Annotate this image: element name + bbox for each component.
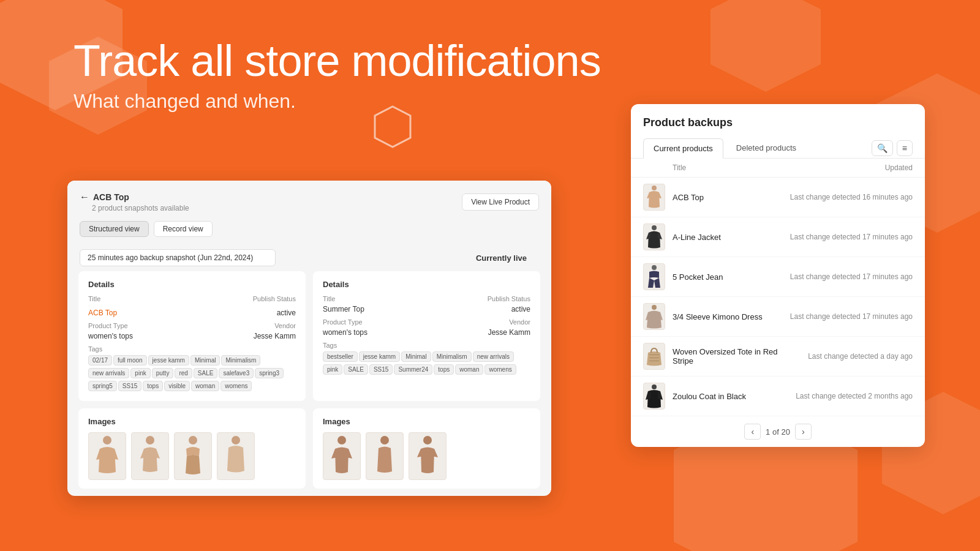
tag-item: jesse kamm xyxy=(148,355,189,365)
left-tags-label: Tags xyxy=(88,345,296,353)
products-list: ACB Top Last change detected 16 minutes … xyxy=(631,178,925,416)
product-title: ACB Top xyxy=(93,192,129,202)
tag-item: tops xyxy=(143,381,163,391)
product-image-svg-r3 xyxy=(415,435,440,477)
panel-content: Details Title Publish Status ACB Top act… xyxy=(67,271,551,408)
tab-deleted-products[interactable]: Deleted products xyxy=(726,138,807,158)
tag-item: putty xyxy=(152,368,174,378)
tag-item: visible xyxy=(164,381,190,391)
snapshot-details-col: Details Title Publish Status ACB Top act… xyxy=(78,271,306,401)
product-thumbnail xyxy=(643,184,665,211)
tag-item: new arrivals xyxy=(88,368,129,378)
svg-rect-12 xyxy=(649,354,659,355)
svg-rect-14 xyxy=(649,361,659,361)
left-tags-container: 02/17full moonjesse kammMinimalMinimalis… xyxy=(88,354,296,392)
product-name: 3/4 Sleeve Kimono Dress xyxy=(665,312,778,321)
tag-item: woman xyxy=(191,381,219,391)
right-tags-container: bestsellerjesse kammMinimalMinimalismnew… xyxy=(323,350,530,376)
product-row[interactable]: Zoulou Coat in Black Last change detecte… xyxy=(631,377,925,416)
structured-view-button[interactable]: Structured view xyxy=(80,221,149,237)
tag-item: spring3 xyxy=(255,368,284,378)
tabs-row: Current products Deleted products 🔍 ≡ xyxy=(631,138,925,159)
tag-item: pink xyxy=(130,368,150,378)
product-image-svg-r2 xyxy=(372,435,397,477)
view-live-button[interactable]: View Live Product xyxy=(462,193,539,211)
tag-item: Minimal xyxy=(190,355,220,365)
product-updated: Last change detected 17 minutes ago xyxy=(778,272,913,281)
product-backups-panel: Product backups Current products Deleted… xyxy=(631,104,925,447)
search-button[interactable]: 🔍 xyxy=(872,140,893,156)
left-image-4 xyxy=(217,432,255,480)
back-arrow-icon: ← xyxy=(80,192,89,203)
right-publish-label: Publish Status xyxy=(488,295,530,302)
svg-point-1 xyxy=(103,436,111,444)
right-title-label: Title xyxy=(323,295,335,302)
svg-point-15 xyxy=(652,384,657,389)
product-row[interactable]: A-Line Jacket Last change detected 17 mi… xyxy=(631,217,925,257)
left-images-grid xyxy=(88,432,296,480)
filter-button[interactable]: ≡ xyxy=(897,140,913,156)
right-image-3 xyxy=(409,432,447,480)
tag-item: bestseller xyxy=(323,351,358,362)
left-image-2 xyxy=(131,432,169,480)
snapshots-text: 2 product snapshots available xyxy=(92,204,189,212)
next-page-button[interactable]: › xyxy=(795,424,812,440)
product-thumbnail xyxy=(643,223,665,250)
left-image-3 xyxy=(174,432,212,480)
left-product-type-label: Product Type xyxy=(88,322,128,329)
right-publish-value: active xyxy=(511,305,530,313)
back-link[interactable]: ← ACB Top xyxy=(80,192,189,203)
tag-item: new arrivals xyxy=(473,351,514,362)
left-title-value: ACB Top xyxy=(88,309,117,317)
product-name: ACB Top xyxy=(665,193,778,202)
product-updated: Last change detected 17 minutes ago xyxy=(778,312,913,321)
svg-point-3 xyxy=(189,436,197,444)
left-details-section-title: Details xyxy=(88,280,296,289)
right-details-section-title: Details xyxy=(323,280,530,289)
product-row[interactable]: Woven Oversized Tote in Red Stripe Last … xyxy=(631,337,925,377)
product-row[interactable]: 3/4 Sleeve Kimono Dress Last change dete… xyxy=(631,297,925,337)
tag-item: Minimalism xyxy=(432,351,472,362)
col-title-header: Title xyxy=(668,163,778,172)
product-image-svg-4 xyxy=(224,435,248,477)
product-row[interactable]: ACB Top Last change detected 16 minutes … xyxy=(631,178,925,217)
svg-point-6 xyxy=(380,436,389,444)
right-product-type-value: women's tops xyxy=(323,328,368,337)
tag-item: Summer24 xyxy=(394,364,432,375)
tag-item: Minimal xyxy=(401,351,431,362)
svg-point-9 xyxy=(652,225,657,230)
left-tags-section: Tags 02/17full moonjesse kammMinimalMini… xyxy=(88,345,296,392)
left-images-label: Images xyxy=(88,417,296,426)
tag-item: SS15 xyxy=(118,381,141,391)
tag-item: jesse kamm xyxy=(359,351,400,362)
left-vendor-label: Vendor xyxy=(274,322,296,329)
product-row[interactable]: 5 Pocket Jean Last change detected 17 mi… xyxy=(631,257,925,297)
svg-point-8 xyxy=(652,186,657,190)
product-thumbnail xyxy=(643,303,665,330)
tab-current-products[interactable]: Current products xyxy=(643,138,723,159)
tag-item: 02/17 xyxy=(88,355,112,365)
product-name: 5 Pocket Jean xyxy=(665,272,778,282)
tag-item: SALE xyxy=(344,364,368,375)
product-image-svg-1 xyxy=(95,435,119,477)
tag-item: pink xyxy=(323,364,342,375)
col-updated-header: Updated xyxy=(778,163,913,172)
tag-item: womens xyxy=(221,381,252,391)
svg-point-2 xyxy=(146,436,154,444)
left-images-col: Images xyxy=(78,408,306,489)
tag-item: spring5 xyxy=(88,381,117,391)
record-view-button[interactable]: Record view xyxy=(154,221,213,237)
images-section: Images xyxy=(67,408,551,496)
snapshot-selector[interactable]: 25 minutes ago backup snapshot (Jun 22nd… xyxy=(80,249,276,266)
pagination-label: 1 of 20 xyxy=(766,427,790,437)
header-section: Track all store modifications What chang… xyxy=(74,37,601,113)
pagination-row: ‹ 1 of 20 › xyxy=(631,416,925,447)
product-updated: Last change detected 2 months ago xyxy=(778,392,913,400)
right-image-2 xyxy=(366,432,404,480)
prev-page-button[interactable]: ‹ xyxy=(744,424,761,440)
search-icon: 🔍 xyxy=(877,143,888,153)
tag-item: SALE xyxy=(194,368,218,378)
right-product-type-label: Product Type xyxy=(323,318,363,326)
right-vendor-label: Vendor xyxy=(509,318,530,326)
right-images-grid xyxy=(323,432,530,480)
